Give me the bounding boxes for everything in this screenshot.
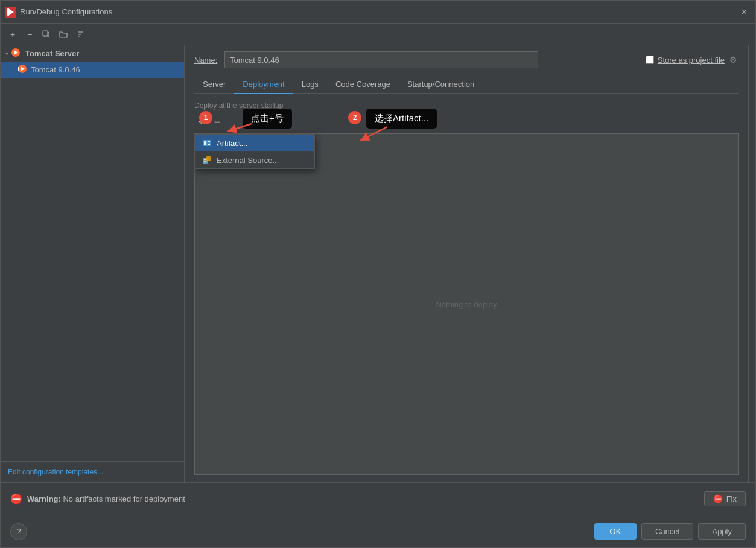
config-toolbar: + − xyxy=(1,24,755,45)
svg-rect-4 xyxy=(43,31,48,36)
config-tree: ▾ Tomcat Server xyxy=(1,45,184,461)
name-row: Name: Store as project file ⚙ xyxy=(194,51,739,68)
dropdown-external-item[interactable]: External Source... xyxy=(195,151,314,168)
svg-rect-18 xyxy=(208,144,210,145)
name-input[interactable] xyxy=(224,51,538,68)
fix-button[interactable]: ⛔ Fix xyxy=(704,491,746,506)
tab-logs[interactable]: Logs xyxy=(293,75,327,94)
dropdown-menu: Artifact... xyxy=(194,134,315,169)
step-badge-1: 1 xyxy=(199,111,212,124)
main-content: ▾ Tomcat Server xyxy=(1,45,755,482)
store-label[interactable]: Store as project file xyxy=(658,56,725,65)
tab-startup[interactable]: Startup/Connection xyxy=(399,75,483,94)
folder-config-button[interactable] xyxy=(56,27,71,42)
edit-templates-link[interactable]: Edit configuration templates... xyxy=(1,461,184,482)
tomcat-server-group[interactable]: ▾ Tomcat Server xyxy=(1,45,184,62)
tab-deployment[interactable]: Deployment xyxy=(234,75,293,94)
tomcat-server-label: Tomcat Server xyxy=(25,49,79,58)
callout-2: 选择Artifact... xyxy=(366,109,437,129)
app-icon xyxy=(5,7,16,18)
deploy-toolbar: + − 1 点击+号 xyxy=(194,115,739,130)
dialog-buttons: ? OK Cancel Apply xyxy=(1,515,755,547)
title-bar: Run/Debug Configurations × xyxy=(1,1,755,24)
store-checkbox[interactable] xyxy=(646,56,654,64)
store-project-row: Store as project file ⚙ xyxy=(646,54,739,66)
nothing-to-deploy-text: Nothing to deploy xyxy=(436,300,497,309)
svg-rect-22 xyxy=(206,156,211,161)
warning-detail: No artifacts marked for deployment xyxy=(63,494,185,503)
apply-button[interactable]: Apply xyxy=(698,523,746,540)
help-area: ? xyxy=(10,523,589,540)
name-label: Name: xyxy=(194,56,218,65)
external-label: External Source... xyxy=(217,156,279,165)
warning-text: Warning: No artifacts marked for deploym… xyxy=(27,494,185,503)
warning-bar: ⛔ Warning: No artifacts marked for deplo… xyxy=(1,482,755,515)
cancel-button[interactable]: Cancel xyxy=(641,523,693,540)
ok-button[interactable]: OK xyxy=(594,523,637,540)
warning-icon: ⛔ xyxy=(10,493,22,505)
tabs-row: Server Deployment Logs Code Coverage Sta… xyxy=(194,75,739,94)
step-badge-2: 2 xyxy=(348,111,361,124)
left-panel: ▾ Tomcat Server xyxy=(1,45,185,482)
artifact-icon xyxy=(202,138,212,148)
add-config-button[interactable]: + xyxy=(5,27,20,42)
tab-coverage[interactable]: Code Coverage xyxy=(327,75,399,94)
remove-config-button[interactable]: − xyxy=(22,27,37,42)
tomcat-instance-icon xyxy=(17,64,27,75)
scrollbar[interactable] xyxy=(748,45,755,482)
dropdown-artifact-item[interactable]: Artifact... xyxy=(195,135,314,151)
tomcat-instance-label: Tomcat 9.0.46 xyxy=(31,65,80,74)
sort-config-button[interactable] xyxy=(73,27,87,42)
tab-content: Deploy at the server startup + − 1 点击+号 xyxy=(194,94,739,482)
right-panel: Name: Store as project file ⚙ Server Dep… xyxy=(185,45,748,482)
tab-server[interactable]: Server xyxy=(194,75,234,94)
external-icon xyxy=(202,155,212,165)
close-button[interactable]: × xyxy=(738,5,751,19)
dialog-title: Run/Debug Configurations xyxy=(20,7,738,16)
callout-1: 点击+号 xyxy=(243,109,292,129)
deploy-panel: Deploy at the server startup + − 1 点击+号 xyxy=(194,94,739,482)
tomcat-group-icon xyxy=(11,48,21,59)
deploy-list: Nothing to deploy xyxy=(194,133,739,475)
tomcat-instance-item[interactable]: Tomcat 9.0.46 xyxy=(1,62,184,78)
warning-section: ⛔ Warning: No artifacts marked for deplo… xyxy=(10,493,704,505)
svg-rect-2 xyxy=(7,8,9,16)
fix-label: Fix xyxy=(726,494,737,503)
artifact-label: Artifact... xyxy=(217,139,247,148)
svg-rect-16 xyxy=(204,141,206,145)
run-debug-dialog: Run/Debug Configurations × + − xyxy=(0,0,756,548)
fix-icon: ⛔ xyxy=(713,494,723,503)
gear-icon[interactable]: ⚙ xyxy=(728,54,739,66)
chevron-icon: ▾ xyxy=(5,50,8,57)
help-button[interactable]: ? xyxy=(10,523,27,540)
svg-rect-17 xyxy=(208,141,210,142)
warning-label: Warning: xyxy=(27,494,61,503)
svg-rect-12 xyxy=(18,67,19,71)
copy-config-button[interactable] xyxy=(39,27,54,42)
